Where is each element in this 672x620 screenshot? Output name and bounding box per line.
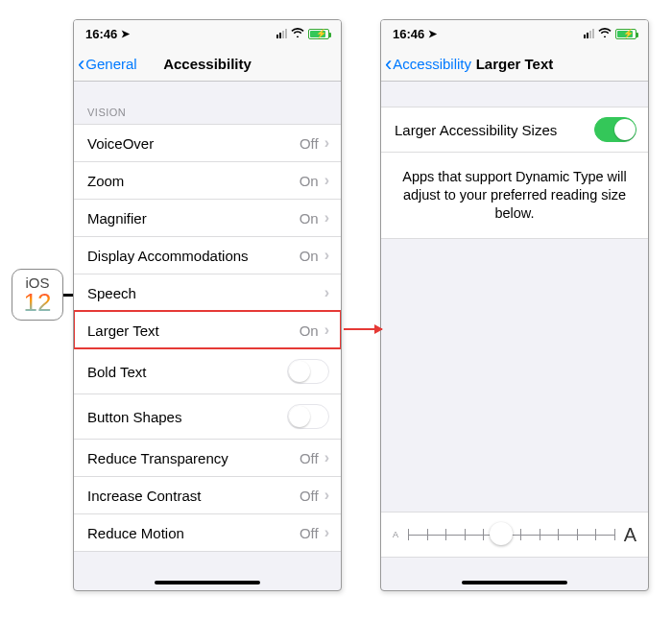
- row-display-accommodations[interactable]: Display AccommodationsOn›: [74, 236, 341, 274]
- row-label: Reduce Motion: [87, 525, 184, 541]
- row-label: Larger Text: [87, 322, 159, 339]
- row-larger-accessibility-sizes[interactable]: Larger Accessibility Sizes: [381, 107, 648, 152]
- badge-connector: [63, 294, 73, 297]
- status-time: 16:46: [85, 27, 117, 41]
- row-label: Magnifier: [87, 210, 147, 227]
- slider-tick: [520, 529, 521, 540]
- wifi-icon: [598, 27, 612, 40]
- row-bold-text[interactable]: Bold Text: [74, 348, 341, 393]
- back-label: General: [85, 56, 136, 72]
- home-indicator[interactable]: [462, 581, 567, 584]
- row-voiceover[interactable]: VoiceOverOff›: [74, 124, 341, 161]
- phone-accessibility: 16:46 ➤ ⚡ ‹ General Accessibility VISION…: [73, 19, 342, 591]
- slider-tick: [483, 529, 484, 540]
- slider-tick: [540, 529, 540, 540]
- chevron-right-icon: ›: [324, 209, 329, 227]
- annotation-arrow: [344, 328, 382, 330]
- location-icon: ➤: [121, 28, 130, 40]
- row-label: Zoom: [87, 173, 124, 189]
- location-icon: ➤: [428, 28, 437, 40]
- nav-bar: ‹ Accessibility Larger Text: [381, 47, 648, 82]
- chevron-right-icon: ›: [324, 172, 329, 189]
- row-label: VoiceOver: [87, 135, 154, 152]
- ios12-badge: iOS 12: [12, 269, 63, 321]
- back-button[interactable]: ‹ General: [74, 54, 137, 75]
- slider-tick: [445, 529, 446, 540]
- slider-tick: [614, 529, 615, 540]
- chevron-left-icon: ‹: [78, 54, 84, 75]
- chevron-right-icon: ›: [324, 247, 329, 264]
- row-label: Reduce Transparency: [87, 450, 228, 466]
- chevron-left-icon: ‹: [385, 54, 392, 75]
- slider-tick: [408, 529, 409, 540]
- slider-knob[interactable]: [490, 522, 513, 545]
- chevron-right-icon: ›: [324, 524, 329, 541]
- page-title: Accessibility: [163, 56, 252, 72]
- status-time: 16:46: [393, 27, 424, 41]
- row-reduce-motion[interactable]: Reduce MotionOff›: [74, 513, 341, 552]
- row-reduce-transparency[interactable]: Reduce TransparencyOff›: [74, 439, 341, 476]
- toggle[interactable]: [287, 404, 329, 429]
- section-header-vision: VISION: [74, 82, 341, 124]
- badge-line2: 12: [24, 290, 52, 315]
- row-value: On: [300, 210, 319, 227]
- row-label: Speech: [87, 285, 136, 301]
- slider-tick: [427, 529, 428, 540]
- slider-tick: [577, 529, 578, 540]
- status-bar: 16:46 ➤ ⚡: [381, 20, 648, 47]
- cellular-icon: [584, 29, 594, 38]
- battery-icon: ⚡: [615, 29, 636, 39]
- slider-tick: [558, 529, 559, 540]
- chevron-right-icon: ›: [324, 322, 329, 339]
- nav-bar: ‹ General Accessibility: [74, 47, 341, 82]
- row-value: On: [300, 322, 319, 339]
- chevron-right-icon: ›: [324, 134, 329, 152]
- row-label: Display Accommodations: [87, 248, 249, 264]
- row-label: Bold Text: [87, 364, 146, 380]
- wifi-icon: [291, 27, 304, 40]
- toggle-larger-sizes[interactable]: [594, 117, 636, 142]
- cellular-icon: [276, 29, 287, 38]
- row-speech[interactable]: Speech›: [74, 274, 341, 311]
- slider-min-icon: A: [393, 530, 398, 539]
- row-label: Increase Contrast: [87, 488, 201, 504]
- battery-icon: ⚡: [308, 29, 329, 39]
- back-button[interactable]: ‹ Accessibility: [381, 54, 471, 75]
- row-value: Off: [300, 488, 319, 504]
- home-indicator[interactable]: [155, 581, 260, 584]
- phone-larger-text: 16:46 ➤ ⚡ ‹ Accessibility Larger Text La…: [380, 19, 649, 591]
- slider-track[interactable]: [408, 525, 614, 544]
- row-zoom[interactable]: ZoomOn›: [74, 161, 341, 199]
- row-magnifier[interactable]: MagnifierOn›: [74, 199, 341, 236]
- row-label: Button Shapes: [87, 409, 181, 425]
- row-value: On: [300, 248, 319, 264]
- row-value: Off: [300, 450, 319, 466]
- row-button-shapes[interactable]: Button Shapes: [74, 393, 341, 439]
- row-label: Larger Accessibility Sizes: [395, 122, 557, 138]
- page-title: Larger Text: [476, 56, 554, 72]
- slider-tick: [465, 529, 466, 540]
- row-increase-contrast[interactable]: Increase ContrastOff›: [74, 476, 341, 513]
- chevron-right-icon: ›: [324, 284, 329, 301]
- description-text: Apps that support Dynamic Type will adju…: [381, 152, 648, 239]
- toggle[interactable]: [287, 359, 329, 384]
- chevron-right-icon: ›: [324, 449, 329, 466]
- slider-tick: [595, 529, 596, 540]
- status-bar: 16:46 ➤ ⚡: [74, 20, 341, 47]
- row-value: On: [300, 173, 319, 189]
- row-value: Off: [300, 525, 319, 541]
- chevron-right-icon: ›: [324, 487, 329, 504]
- slider-max-icon: A: [624, 524, 636, 546]
- row-value: Off: [300, 135, 319, 152]
- text-size-slider[interactable]: A A: [381, 512, 648, 558]
- back-label: Accessibility: [393, 56, 471, 72]
- row-larger-text[interactable]: Larger TextOn›: [74, 311, 341, 348]
